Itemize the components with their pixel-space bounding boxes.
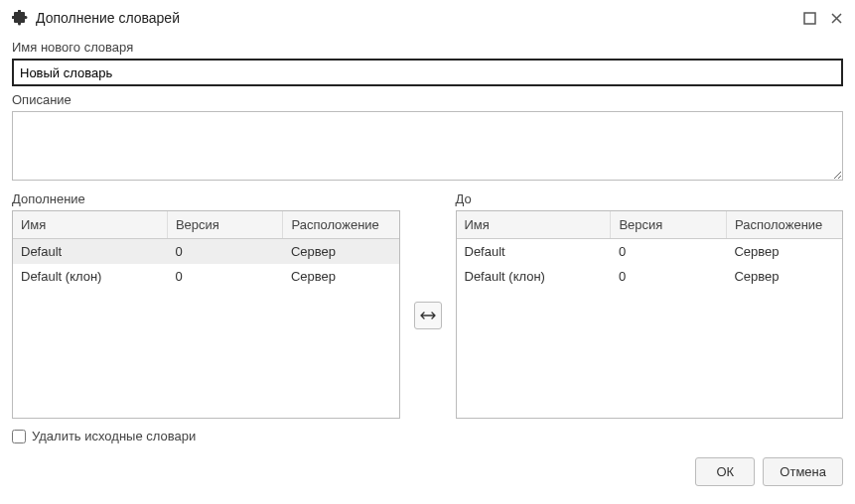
window-title: Дополнение словарей (36, 10, 803, 26)
table-header-row: Имя Версия Расположение (457, 211, 843, 239)
cell-name: Default (13, 239, 167, 265)
cell-version: 0 (167, 239, 283, 265)
ok-button[interactable]: ОК (695, 457, 755, 486)
puzzle-icon (12, 10, 28, 26)
cancel-button[interactable]: Отмена (763, 457, 843, 486)
cell-name: Default (клон) (13, 264, 167, 289)
description-input[interactable] (12, 111, 843, 181)
cell-version: 0 (167, 264, 283, 289)
supplement-panel: Дополнение Имя Версия Расположение Defau… (12, 191, 400, 419)
cell-name: Default (клон) (457, 264, 611, 289)
cell-location: Сервер (726, 264, 842, 289)
cell-version: 0 (611, 264, 727, 289)
close-icon[interactable] (830, 12, 843, 25)
titlebar: Дополнение словарей (0, 0, 855, 34)
cell-version: 0 (611, 239, 727, 265)
col-version[interactable]: Версия (611, 211, 727, 239)
table-row[interactable]: Default (клон)0Сервер (13, 264, 399, 289)
table-row[interactable]: Default0Сервер (13, 239, 399, 265)
target-table[interactable]: Имя Версия Расположение Default0СерверDe… (456, 210, 844, 419)
dictionary-name-label: Имя нового словаря (12, 40, 843, 55)
cell-location: Сервер (283, 239, 399, 265)
cell-name: Default (457, 239, 611, 265)
table-header-row: Имя Версия Расположение (13, 211, 399, 239)
dialog-footer: ОК Отмена (12, 457, 843, 486)
delete-source-checkbox-row[interactable]: Удалить исходные словари (12, 429, 843, 443)
swap-horizontal-icon (420, 310, 436, 321)
target-label: До (456, 191, 844, 206)
col-version[interactable]: Версия (167, 211, 283, 239)
target-panel: До Имя Версия Расположение Default0Серве… (456, 191, 844, 419)
delete-source-checkbox[interactable] (12, 430, 26, 443)
swap-button[interactable] (414, 302, 442, 329)
svg-rect-0 (804, 13, 815, 24)
col-name[interactable]: Имя (13, 211, 167, 239)
delete-source-label: Удалить исходные словари (32, 429, 196, 443)
supplement-table[interactable]: Имя Версия Расположение Default0СерверDe… (12, 210, 400, 419)
window-controls (803, 12, 843, 25)
description-label: Описание (12, 92, 843, 107)
cell-location: Сервер (726, 239, 842, 265)
supplement-label: Дополнение (12, 191, 400, 206)
col-name[interactable]: Имя (457, 211, 611, 239)
col-location[interactable]: Расположение (283, 211, 399, 239)
dictionary-name-input[interactable] (12, 59, 843, 86)
col-location[interactable]: Расположение (726, 211, 842, 239)
maximize-icon[interactable] (803, 12, 816, 25)
table-row[interactable]: Default0Сервер (457, 239, 843, 265)
table-row[interactable]: Default (клон)0Сервер (457, 264, 843, 289)
cell-location: Сервер (283, 264, 399, 289)
